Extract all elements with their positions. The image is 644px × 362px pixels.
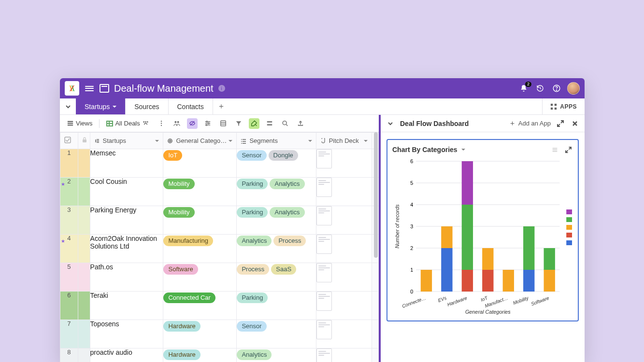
cell-segments[interactable]: ProcessSaaS bbox=[237, 263, 316, 292]
expand-icon[interactable] bbox=[556, 119, 565, 128]
splitter-handle[interactable]: ⋮ bbox=[376, 235, 381, 242]
svg-rect-40 bbox=[243, 143, 246, 144]
search-icon[interactable] bbox=[280, 118, 290, 129]
cell-segments[interactable]: Sensor bbox=[237, 320, 316, 348]
pdf-thumb-icon[interactable] bbox=[316, 206, 332, 225]
table-row[interactable]: 5 Path.os Software ProcessSaaS bbox=[60, 263, 379, 292]
cell-name[interactable]: Teraki bbox=[90, 292, 163, 320]
cell-name[interactable]: Toposens bbox=[90, 320, 163, 348]
hide-fields-button[interactable] bbox=[187, 118, 198, 129]
export-icon[interactable] bbox=[295, 118, 306, 129]
cell-category[interactable]: Mobility bbox=[163, 178, 237, 206]
cell-pitch[interactable] bbox=[316, 206, 372, 235]
svg-rect-85 bbox=[566, 233, 572, 237]
table-pane: Views All Deals bbox=[60, 115, 379, 362]
table-row[interactable]: ★4 Acorn2Oak Innovation Solutions Ltd Ma… bbox=[60, 235, 379, 263]
history-icon[interactable] bbox=[534, 83, 546, 94]
color-button[interactable] bbox=[249, 118, 259, 129]
filter-settings-icon[interactable] bbox=[202, 118, 213, 129]
table-row[interactable]: ★2 Cool Cousin Mobility ParkingAnalytics bbox=[60, 178, 379, 206]
cell-name[interactable]: Parking Energy bbox=[90, 206, 163, 235]
tab-sources[interactable]: Sources bbox=[126, 98, 168, 114]
menu-icon[interactable] bbox=[84, 83, 95, 94]
cell-pitch[interactable] bbox=[316, 292, 372, 320]
group-icon[interactable] bbox=[218, 118, 229, 129]
tab-startups[interactable]: Startups bbox=[76, 98, 126, 114]
svg-text:0: 0 bbox=[410, 289, 413, 294]
pdf-thumb-icon[interactable] bbox=[316, 292, 332, 311]
cell-segments[interactable]: ParkingAnalytics bbox=[237, 206, 316, 235]
dashboard-collapse-icon[interactable] bbox=[386, 119, 395, 128]
cell-pitch[interactable] bbox=[316, 178, 372, 206]
table-row[interactable]: 1 Memsec IoT SensorDongle bbox=[60, 149, 379, 178]
cell-category[interactable]: Mobility bbox=[163, 206, 237, 235]
table-row[interactable]: 8 proactiv audio Hardware Analytics bbox=[60, 348, 379, 362]
cell-name[interactable]: Path.os bbox=[90, 263, 163, 292]
table-icon[interactable] bbox=[100, 84, 109, 93]
cell-pitch[interactable] bbox=[316, 263, 372, 292]
cell-category[interactable]: Connected Car bbox=[163, 292, 237, 320]
share-users-icon[interactable] bbox=[172, 118, 182, 129]
svg-text:2: 2 bbox=[410, 245, 413, 251]
cell-pitch[interactable] bbox=[316, 348, 372, 362]
row-height-icon[interactable] bbox=[264, 118, 275, 129]
cell-segments[interactable]: ParkingAnalytics bbox=[237, 178, 316, 206]
cell-category[interactable]: Hardware bbox=[163, 348, 237, 362]
brand-logo[interactable] bbox=[65, 81, 79, 96]
apps-label: APPS bbox=[560, 103, 577, 110]
svg-rect-3 bbox=[555, 103, 557, 105]
view-picker[interactable]: All Deals bbox=[104, 119, 151, 128]
chart-card: Chart By Categories 0123456Number of rec… bbox=[386, 139, 579, 321]
pdf-thumb-icon[interactable] bbox=[316, 235, 332, 254]
checkbox-header[interactable] bbox=[60, 133, 78, 149]
table-row[interactable]: 6 Teraki Connected Car Parking bbox=[60, 292, 379, 320]
close-icon[interactable] bbox=[570, 119, 580, 128]
col-pitch[interactable]: Pitch Deck bbox=[316, 133, 372, 149]
svg-point-12 bbox=[161, 121, 162, 122]
cell-name[interactable]: proactiv audio bbox=[90, 348, 163, 362]
views-button[interactable]: Views bbox=[65, 119, 94, 128]
tab-contacts[interactable]: Contacts bbox=[169, 98, 213, 114]
filter-icon[interactable] bbox=[233, 118, 244, 129]
cell-category[interactable]: Software bbox=[163, 263, 237, 292]
cell-category[interactable]: IoT bbox=[163, 149, 237, 178]
pdf-thumb-icon[interactable] bbox=[316, 348, 332, 362]
cell-segments[interactable]: SensorDongle bbox=[237, 149, 316, 178]
cell-name[interactable]: Memsec bbox=[90, 149, 163, 178]
table-row[interactable]: 3 Parking Energy Mobility ParkingAnalyti… bbox=[60, 206, 379, 235]
add-app-button[interactable]: ＋ Add an App bbox=[509, 119, 551, 128]
avatar[interactable] bbox=[567, 82, 580, 95]
cell-name[interactable]: Cool Cousin bbox=[90, 178, 163, 206]
sheet-scroll[interactable]: Startups General Catego… Segments Pitch … bbox=[60, 132, 379, 362]
col-category[interactable]: General Catego… bbox=[163, 133, 237, 149]
info-icon[interactable]: i bbox=[218, 85, 225, 92]
chart-title-dropdown[interactable] bbox=[461, 149, 465, 151]
pdf-thumb-icon[interactable] bbox=[316, 263, 332, 282]
cell-category[interactable]: Hardware bbox=[163, 320, 237, 348]
col-segments[interactable]: Segments bbox=[237, 133, 316, 149]
pdf-thumb-icon[interactable] bbox=[316, 178, 332, 197]
cell-segments[interactable]: Parking bbox=[237, 292, 316, 320]
notifications-button[interactable]: 2 bbox=[518, 83, 530, 94]
cell-name[interactable]: Acorn2Oak Innovation Solutions Ltd bbox=[90, 235, 163, 263]
pdf-thumb-icon[interactable] bbox=[316, 320, 332, 339]
chart-expand-icon[interactable] bbox=[563, 145, 573, 154]
data-grid: Startups General Catego… Segments Pitch … bbox=[60, 132, 379, 362]
cell-pitch[interactable] bbox=[316, 320, 372, 348]
cell-category[interactable]: Manufacturing bbox=[163, 235, 237, 263]
cell-pitch[interactable] bbox=[316, 235, 372, 263]
add-tab-button[interactable]: ＋ bbox=[213, 98, 229, 114]
cell-segments[interactable]: Analytics bbox=[237, 348, 316, 362]
app-window: Deal-flow Management i 2 StartupsSources… bbox=[60, 78, 585, 362]
more-icon[interactable] bbox=[156, 118, 167, 129]
pdf-thumb-icon[interactable] bbox=[316, 149, 332, 168]
svg-rect-66 bbox=[462, 270, 473, 292]
table-row[interactable]: 7 Toposens Hardware Sensor bbox=[60, 320, 379, 348]
chart-settings-icon[interactable] bbox=[550, 145, 559, 154]
cell-pitch[interactable] bbox=[316, 149, 372, 178]
col-startups[interactable]: Startups bbox=[90, 133, 163, 149]
tabs-collapse-button[interactable] bbox=[60, 98, 76, 114]
help-icon[interactable] bbox=[551, 83, 562, 94]
cell-segments[interactable]: AnalyticsProcess bbox=[237, 235, 316, 263]
apps-button[interactable]: APPS bbox=[542, 98, 585, 114]
